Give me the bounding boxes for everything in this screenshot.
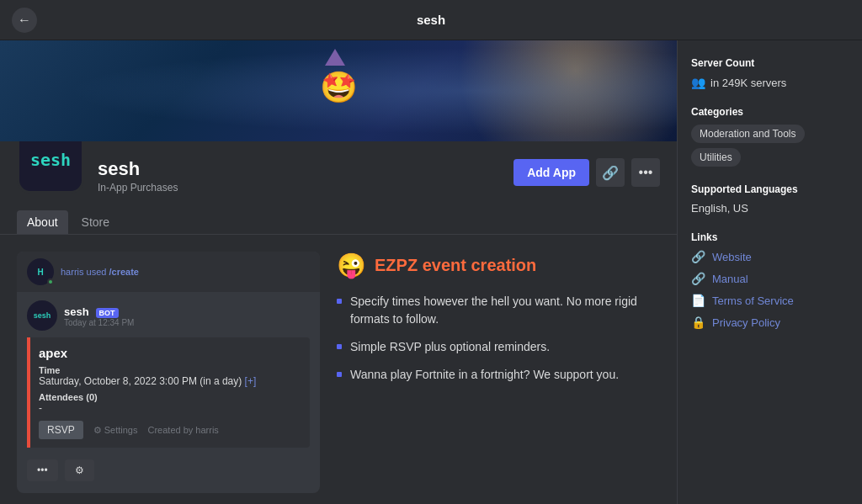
server-icon: 👥 [691, 76, 705, 89]
links-list: 🔗 Website 🔗 Manual 📄 Terms of Service 🔒 … [691, 250, 849, 329]
preview-user-block: harris used /create [61, 267, 139, 277]
topbar-title: sesh [417, 13, 445, 27]
app-header: sesh sesh In-App Purchases Add App 🔗 ••• [0, 141, 677, 194]
preview-panel: H harris used /create [17, 252, 320, 493]
preview-card: apex Time Saturday, October 8, 2022 3:00… [27, 337, 310, 448]
category-tags: Moderation and Tools Utilities [691, 125, 849, 167]
preview-user-info: harris used /create [61, 267, 139, 277]
preview-bot-avatar: sesh [27, 300, 57, 331]
dots-icon: ••• [37, 464, 48, 476]
app-title-area: sesh In-App Purchases [98, 151, 500, 194]
bullet-icon [337, 299, 342, 304]
bullet-icon [337, 344, 342, 349]
link-icon-manual: 🔗 [691, 272, 705, 285]
back-button[interactable]: ← [12, 8, 37, 33]
link-manual[interactable]: 🔗 Manual [691, 272, 849, 285]
banner-emoji: 🤩 [320, 70, 358, 105]
link-icon-privacy: 🔒 [691, 316, 705, 329]
preview-body: sesh sesh BOT Today at 12:34 PM apex Tim… [17, 292, 320, 493]
content-area: 🤩 sesh sesh In-App Purchases Add App 🔗 •… [0, 40, 677, 504]
category-tag-moderation[interactable]: Moderation and Tools [691, 125, 805, 143]
feature-list: Specify times however the hell you want.… [337, 293, 660, 384]
preview-avatar: H [27, 258, 54, 285]
main-container: 🤩 sesh sesh In-App Purchases Add App 🔗 •… [0, 40, 862, 504]
preview-box: H harris used /create [17, 252, 320, 493]
link-label-privacy: Privacy Policy [712, 316, 780, 329]
add-app-button[interactable]: Add App [513, 159, 589, 186]
server-count-section: Server Count 👥 in 249K servers [691, 57, 849, 89]
feature-emoji: 😜 [337, 252, 366, 279]
card-time-link: [+] [245, 375, 257, 387]
more-icon: ••• [639, 165, 653, 180]
card-footer: RSVP ⚙ Settings Created by harris [39, 421, 301, 439]
server-count-value: in 249K servers [710, 77, 786, 89]
preview-username: harris [61, 267, 84, 277]
tab-about[interactable]: About [17, 210, 68, 234]
about-content: H harris used /create [0, 235, 677, 504]
desc-panel: 😜 EZPZ event creation Specify times howe… [337, 252, 660, 493]
preview-used-text: used [87, 267, 109, 277]
preview-timestamp: Today at 12:34 PM [64, 318, 134, 327]
languages-value: English, US [691, 202, 849, 215]
app-icon-text: sesh [30, 150, 71, 170]
rsvp-button[interactable]: RSVP [39, 421, 83, 439]
card-time-label: Time [39, 365, 301, 375]
category-tag-utilities[interactable]: Utilities [691, 148, 741, 167]
link-label-tos: Terms of Service [712, 294, 794, 307]
link-icon-website: 🔗 [691, 250, 705, 263]
link-privacy[interactable]: 🔒 Privacy Policy [691, 316, 849, 329]
languages-section: Supported Languages English, US [691, 183, 849, 215]
app-actions: Add App 🔗 ••• [513, 151, 660, 187]
preview-bot-name: sesh [64, 305, 89, 318]
link-icon-tos: 📄 [691, 294, 705, 307]
topbar: ← sesh [0, 0, 862, 40]
card-time-value: Saturday, October 8, 2022 3:00 PM (in a … [39, 375, 301, 387]
settings-icon: ⚙ [75, 464, 84, 476]
links-title: Links [691, 231, 849, 243]
bullet-icon [337, 372, 342, 377]
languages-title: Supported Languages [691, 183, 849, 195]
link-icon: 🔗 [602, 165, 619, 181]
card-settings: ⚙ Settings [93, 425, 138, 436]
right-sidebar: Server Count 👥 in 249K servers Categorie… [677, 40, 862, 504]
links-section: Links 🔗 Website 🔗 Manual 📄 Terms of Serv… [691, 231, 849, 329]
link-label-website: Website [712, 251, 752, 263]
card-created-by: Created by harris [148, 425, 219, 435]
banner: 🤩 [0, 40, 677, 141]
more-button[interactable]: ••• [631, 158, 660, 187]
list-item: Simple RSVP plus optional reminders. [337, 338, 660, 356]
back-arrow-icon: ← [18, 13, 31, 28]
feature-title: 😜 EZPZ event creation [337, 252, 660, 279]
link-tos[interactable]: 📄 Terms of Service [691, 294, 849, 307]
card-attendees-label: Attendees (0) [39, 392, 301, 402]
bot-badge: BOT [96, 308, 119, 318]
preview-controls: ••• ⚙ [27, 456, 310, 485]
server-count-title: Server Count [691, 57, 849, 69]
tab-store[interactable]: Store [72, 210, 120, 234]
link-button[interactable]: 🔗 [596, 158, 625, 187]
banner-triangle [325, 49, 345, 66]
preview-header: H harris used /create [17, 252, 320, 292]
server-count-row: 👥 in 249K servers [691, 76, 849, 89]
tabs: About Store [0, 200, 677, 235]
list-item: Wanna play Fortnite in a fortnight? We s… [337, 366, 660, 384]
link-website[interactable]: 🔗 Website [691, 250, 849, 263]
feature-title-text: EZPZ event creation [375, 256, 536, 275]
categories-section: Categories Moderation and Tools Utilitie… [691, 106, 849, 167]
link-label-manual: Manual [712, 273, 748, 285]
preview-command: /create [109, 267, 139, 277]
online-dot [47, 279, 54, 285]
preview-bot-row: sesh sesh BOT Today at 12:34 PM [27, 300, 310, 331]
card-title: apex [39, 346, 301, 360]
list-item: Specify times however the hell you want.… [337, 293, 660, 328]
card-attendees-value: - [39, 402, 301, 414]
preview-dots-button[interactable]: ••• [27, 459, 58, 481]
categories-title: Categories [691, 106, 849, 118]
app-subtitle: In-App Purchases [98, 182, 500, 194]
preview-settings-button[interactable]: ⚙ [65, 459, 94, 481]
app-name: sesh [98, 158, 500, 180]
preview-bot-info: sesh BOT Today at 12:34 PM [64, 305, 134, 327]
